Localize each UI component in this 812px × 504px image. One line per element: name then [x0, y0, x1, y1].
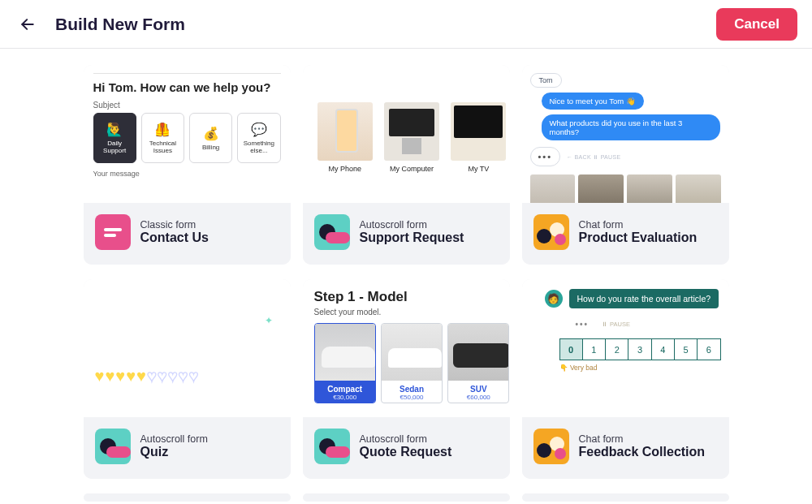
typing-indicator-icon: •••: [530, 147, 561, 166]
car-image-icon: [315, 324, 375, 381]
back-button[interactable]: [15, 11, 41, 37]
contact-option-daily-support: 🙋‍♂️ Daily Support: [93, 113, 136, 163]
template-card-quote-request[interactable]: Step 1 - Model Select your model. Compac…: [303, 279, 510, 479]
preview-contact-us: Hi Tom. How can we help you? Subject 🙋‍♂…: [84, 65, 291, 203]
pause-label: ⏸ PAUSE: [602, 321, 630, 328]
template-canvas: Hi Tom. How can we help you? Subject 🙋‍♂…: [0, 49, 812, 504]
chat-form-icon: [533, 429, 569, 464]
car-image-icon: [382, 324, 442, 381]
card-kind: Autoscroll form: [140, 433, 208, 445]
template-scroll-area[interactable]: Hi Tom. How can we help you? Subject 🙋‍♂…: [0, 49, 812, 504]
rating-cell: 3: [628, 339, 651, 360]
autoscroll-form-icon: [314, 429, 350, 464]
autoscroll-form-icon: [314, 214, 350, 250]
card-name: Support Request: [360, 230, 464, 245]
preview-feedback-collection: 🧑 How do you rate the overall article? •…: [522, 279, 729, 417]
car-image-icon: [448, 324, 508, 381]
product-thumb-icon: [627, 174, 672, 203]
card-kind: Classic form: [140, 219, 209, 230]
card-footer: Autoscroll form Support Request: [303, 203, 510, 265]
sparkle-icon: ✦: [265, 315, 273, 326]
rating-cell: 2: [606, 339, 628, 360]
quote-option-suv: SUV€60,000: [447, 323, 509, 403]
contact-greeting: Hi Tom. How can we help you?: [93, 80, 281, 94]
support-tile-phone: My Phone: [314, 97, 376, 176]
card-footer: Classic form Contact Us: [84, 203, 291, 265]
support-question: Which product is your support req: [314, 76, 510, 89]
autoscroll-form-icon: [95, 429, 131, 464]
chat-bot-msg-1: Nice to meet you Tom 👋: [542, 93, 644, 110]
card-kind: Chat form: [579, 219, 698, 230]
contact-subject-options: 🙋‍♂️ Daily Support 🦺 Technical Issues 💰 …: [93, 113, 281, 163]
card-footer: Chat form Product Evaluation: [522, 203, 729, 265]
rating-scale: 0 1 2 3 4 5 6: [559, 338, 721, 360]
contact-option-technical: 🦺 Technical Issues: [141, 113, 184, 163]
contact-option-billing: 💰 Billing: [189, 113, 232, 163]
template-card-placeholder[interactable]: [84, 493, 291, 502]
template-card-quiz[interactable]: ✦ How many lives does a cat have? Hint: …: [84, 279, 291, 479]
person-raising-hand-icon: 🙋‍♂️: [106, 122, 123, 137]
preview-support-request: Which product is your support req My Pho…: [303, 65, 510, 203]
template-card-feedback-collection[interactable]: 🧑 How do you rate the overall article? •…: [522, 279, 729, 479]
safety-vest-icon: 🦺: [154, 122, 171, 137]
quiz-hint: Hint: it's somewhere between 1 and 10.: [95, 349, 279, 357]
card-kind: Chat form: [579, 433, 706, 445]
card-name: Quote Request: [360, 445, 452, 459]
computer-image-icon: [384, 102, 439, 161]
card-name: Product Evaluation: [579, 230, 698, 245]
quiz-hearts: ♥♥♥♥♥♥♥♥♥♥: [95, 367, 279, 386]
card-kind: Autoscroll form: [360, 433, 452, 445]
tv-image-icon: [451, 102, 506, 161]
rating-cell: 6: [698, 339, 720, 360]
header: Build New Form Cancel: [0, 0, 812, 49]
preview-product-evaluation: Tom Nice to meet you Tom 👋 What products…: [522, 65, 729, 203]
card-name: Quiz: [140, 445, 208, 459]
template-card-product-evaluation[interactable]: Tom Nice to meet you Tom 👋 What products…: [522, 65, 729, 265]
template-card-placeholder[interactable]: [303, 493, 510, 502]
card-kind: Autoscroll form: [360, 219, 464, 230]
quote-option-compact: Compact€30,000: [314, 323, 376, 403]
bot-avatar-icon: 🧑: [545, 290, 563, 308]
rating-cell: 5: [674, 339, 697, 360]
template-card-contact-us[interactable]: Hi Tom. How can we help you? Subject 🙋‍♂…: [84, 65, 291, 265]
product-thumb-icon: [578, 174, 624, 203]
typing-indicator-icon: •••: [569, 317, 596, 332]
quote-option-sedan: Sedan€50,000: [381, 323, 443, 403]
rating-cell: 1: [582, 339, 605, 360]
contact-message-label: Your message: [93, 170, 281, 178]
card-footer: Autoscroll form Quote Request: [303, 417, 510, 479]
quote-instruction: Select your model.: [314, 308, 510, 317]
quote-step-title: Step 1 - Model: [314, 289, 510, 305]
arrow-left-icon: [19, 16, 36, 32]
chat-form-icon: [533, 214, 569, 250]
feedback-question: How do you rate the overall article?: [569, 289, 719, 308]
decorative-dials-icon: [84, 396, 291, 417]
money-bag-icon: 💰: [203, 126, 219, 141]
template-card-placeholder[interactable]: [522, 493, 729, 502]
chat-product-images: [530, 174, 721, 203]
card-footer: Autoscroll form Quiz: [84, 417, 291, 479]
card-footer: Chat form Feedback Collection: [522, 417, 729, 479]
chat-controls: ← BACK ⏸ PAUSE: [567, 154, 620, 160]
contact-option-other: 💬 Something else...: [237, 113, 280, 163]
template-card-support-request[interactable]: Which product is your support req My Pho…: [303, 65, 510, 265]
classic-form-icon: [95, 214, 131, 250]
header-left: Build New Form: [15, 11, 185, 37]
chat-user-reply: Tom: [530, 73, 562, 88]
chat-bot-msg-2: What products did you use in the last 3 …: [542, 114, 720, 140]
phone-image-icon: [317, 102, 373, 161]
product-thumb-icon: [676, 174, 721, 203]
rating-cell: 0: [559, 339, 582, 360]
contact-subject-label: Subject: [93, 101, 281, 110]
template-grid: Hi Tom. How can we help you? Subject 🙋‍♂…: [61, 65, 751, 502]
rating-low-label: Very bad: [559, 364, 721, 372]
speech-bubble-icon: 💬: [251, 122, 267, 137]
quiz-question: How many lives does a cat have?: [95, 312, 279, 344]
preview-quote-request: Step 1 - Model Select your model. Compac…: [303, 279, 510, 417]
support-tile-tv: My TV: [447, 97, 509, 176]
card-name: Feedback Collection: [579, 445, 706, 459]
preview-quiz: ✦ How many lives does a cat have? Hint: …: [84, 279, 291, 417]
card-name: Contact Us: [140, 230, 209, 245]
page-title: Build New Form: [55, 15, 185, 34]
cancel-button[interactable]: Cancel: [716, 8, 797, 41]
